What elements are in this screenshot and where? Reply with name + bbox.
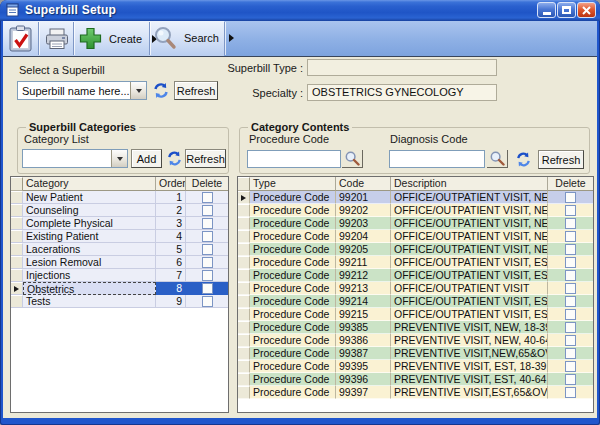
column-header-order[interactable]: Order [156, 177, 186, 191]
save-superbill-button[interactable] [8, 25, 34, 53]
procedure-row[interactable]: Procedure Code99385PREVENTIVE VISIT, NEW… [238, 321, 593, 334]
procedure-row[interactable]: Procedure Code99212OFFICE/OUTPATIENT VIS… [238, 269, 593, 282]
delete-checkbox[interactable] [565, 257, 576, 268]
category-cell[interactable]: Lacerations [23, 243, 156, 256]
print-button[interactable] [44, 28, 70, 50]
column-header-type[interactable]: Type [250, 177, 336, 191]
category-cell[interactable]: Complete Physical [23, 217, 156, 230]
delete-checkbox[interactable] [565, 322, 576, 333]
search-button[interactable]: Search [153, 26, 234, 50]
delete-cell [548, 191, 593, 204]
category-row[interactable]: Injections7 [11, 269, 228, 282]
refresh-categories-button[interactable]: Refresh [185, 149, 226, 168]
procedure-row[interactable]: Procedure Code99205OFFICE/OUTPATIENT VIS… [238, 243, 593, 256]
procedure-row[interactable]: Procedure Code99211OFFICE/OUTPATIENT VIS… [238, 256, 593, 269]
code-cell: 99204 [336, 230, 391, 243]
type-cell: Procedure Code [250, 295, 336, 308]
procedure-row[interactable]: Procedure Code99215OFFICE/OUTPATIENT VIS… [238, 308, 593, 321]
delete-cell [548, 217, 593, 230]
category-row[interactable]: New Patient1 [11, 191, 228, 204]
delete-checkbox[interactable] [565, 374, 576, 385]
row-marker [11, 295, 23, 308]
category-row[interactable]: Lesion Removal6 [11, 256, 228, 269]
superbill-dropdown-button[interactable] [130, 82, 146, 99]
delete-checkbox[interactable] [202, 205, 213, 216]
delete-checkbox[interactable] [565, 335, 576, 346]
delete-checkbox[interactable] [202, 270, 213, 281]
diagnosis-code-input[interactable] [389, 150, 485, 168]
delete-cell [548, 321, 593, 334]
column-header-delete-right[interactable]: Delete [548, 177, 593, 191]
procedure-row[interactable]: Procedure Code99395PREVENTIVE VISIT, EST… [238, 360, 593, 373]
procedure-row[interactable]: Procedure Code99387PREVENTIVE VISIT,NEW,… [238, 347, 593, 360]
procedure-row[interactable]: Procedure Code99214OFFICE/OUTPATIENT VIS… [238, 295, 593, 308]
column-header-category[interactable]: Category [23, 177, 156, 191]
delete-checkbox[interactable] [202, 192, 213, 203]
procedure-row[interactable]: Procedure Code99203OFFICE/OUTPATIENT VIS… [238, 217, 593, 230]
delete-checkbox[interactable] [565, 231, 576, 242]
delete-checkbox[interactable] [565, 205, 576, 216]
refresh-superbill-icon[interactable] [152, 82, 170, 103]
category-row[interactable]: Obstetrics8 [11, 282, 228, 295]
procedure-row[interactable]: Procedure Code99397PREVENTIVE VISIT,EST,… [238, 386, 593, 399]
category-list-dropdown-button[interactable] [111, 150, 127, 167]
minimize-button[interactable] [537, 2, 556, 18]
create-button[interactable]: Create [79, 27, 157, 50]
procedure-row[interactable]: Procedure Code99386PREVENTIVE VISIT, NEW… [238, 334, 593, 347]
delete-checkbox[interactable] [202, 244, 213, 255]
delete-checkbox[interactable] [565, 309, 576, 320]
procedure-row[interactable]: Procedure Code99213OFFICE/OUTPATIENT VIS… [238, 282, 593, 295]
delete-checkbox[interactable] [565, 218, 576, 229]
refresh-contents-icon[interactable] [515, 151, 532, 172]
category-row[interactable]: Lacerations5 [11, 243, 228, 256]
category-cell[interactable]: Tests [23, 295, 156, 308]
delete-checkbox[interactable] [202, 296, 213, 307]
category-cell[interactable]: Counseling [23, 204, 156, 217]
specialty-label: Specialty : [203, 87, 303, 99]
add-category-button[interactable]: Add [131, 149, 162, 168]
column-header-code[interactable]: Code [336, 177, 391, 191]
refresh-contents-button[interactable]: Refresh [538, 150, 584, 169]
procedure-row[interactable]: Procedure Code99396PREVENTIVE VISIT, EST… [238, 373, 593, 386]
category-cell[interactable]: Lesion Removal [23, 256, 156, 269]
column-header-delete[interactable]: Delete [186, 177, 228, 191]
category-row[interactable]: Complete Physical3 [11, 217, 228, 230]
select-superbill-label: Select a Superbill [19, 64, 105, 76]
refresh-categories-icon[interactable] [166, 150, 183, 171]
category-list-dropdown[interactable] [22, 149, 128, 168]
close-button[interactable] [577, 2, 596, 18]
procedure-row[interactable]: Procedure Code99201OFFICE/OUTPATIENT VIS… [238, 191, 593, 204]
delete-checkbox[interactable] [565, 283, 576, 294]
delete-checkbox[interactable] [565, 270, 576, 281]
procedure-row[interactable]: Procedure Code99202OFFICE/OUTPATIENT VIS… [238, 204, 593, 217]
procedure-code-input[interactable] [247, 150, 341, 168]
procedure-row[interactable]: Procedure Code99204OFFICE/OUTPATIENT VIS… [238, 230, 593, 243]
category-cell[interactable]: New Patient [23, 191, 156, 204]
category-cell[interactable]: Existing Patient [23, 230, 156, 243]
delete-checkbox[interactable] [565, 244, 576, 255]
row-marker [238, 282, 250, 295]
row-marker [238, 243, 250, 256]
delete-checkbox[interactable] [565, 348, 576, 359]
superbill-dropdown[interactable]: Superbill name here... [17, 81, 147, 100]
maximize-button[interactable] [557, 2, 576, 18]
delete-checkbox[interactable] [565, 387, 576, 398]
column-header-description[interactable]: Description [391, 177, 548, 191]
delete-checkbox[interactable] [202, 257, 213, 268]
diagnosis-code-search-button[interactable] [487, 150, 508, 168]
delete-checkbox[interactable] [565, 361, 576, 372]
delete-checkbox[interactable] [202, 231, 213, 242]
category-cell[interactable]: Obstetrics [23, 282, 156, 295]
category-row[interactable]: Counseling2 [11, 204, 228, 217]
category-row[interactable]: Tests9 [11, 295, 228, 308]
delete-checkbox[interactable] [202, 218, 213, 229]
procedure-code-search-button[interactable] [342, 150, 363, 168]
delete-checkbox[interactable] [565, 192, 576, 203]
code-cell: 99201 [336, 191, 391, 204]
chevron-down-icon [136, 89, 142, 93]
delete-checkbox[interactable] [202, 283, 213, 294]
order-cell: 1 [156, 191, 186, 204]
category-cell[interactable]: Injections [23, 269, 156, 282]
category-row[interactable]: Existing Patient4 [11, 230, 228, 243]
delete-checkbox[interactable] [565, 296, 576, 307]
